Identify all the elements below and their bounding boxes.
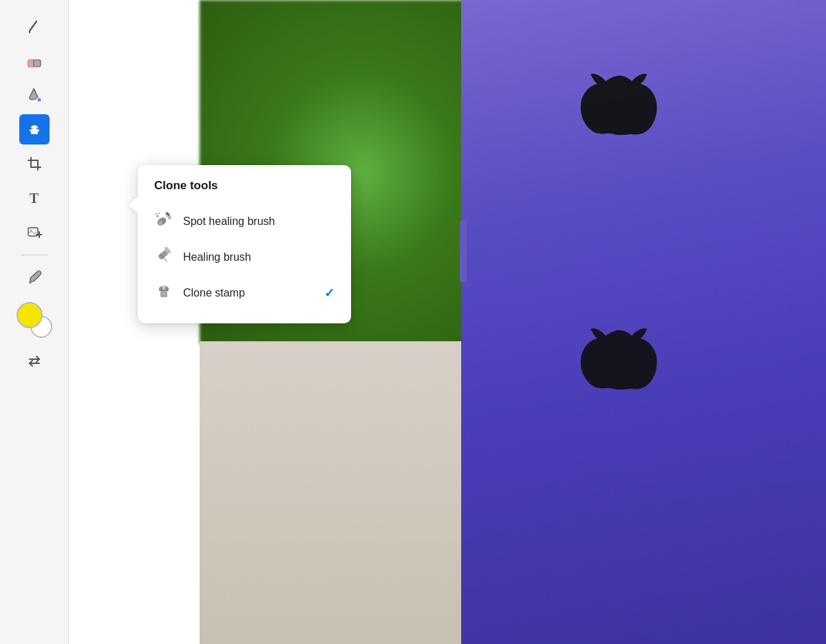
apple-logo-bottom bbox=[571, 323, 668, 440]
apple-logo-top bbox=[571, 69, 668, 185]
spot-healing-brush-icon bbox=[154, 211, 173, 233]
clone-stamp-item[interactable]: Clone stamp ✓ bbox=[154, 275, 335, 311]
clone-tools-popup: Clone tools Spot healing brush bbox=[138, 165, 351, 323]
svg-point-17 bbox=[158, 213, 160, 214]
color-swatches bbox=[17, 302, 52, 338]
crop-tool[interactable] bbox=[19, 149, 50, 179]
toolbar: T bbox=[0, 0, 69, 644]
popup-title: Clone tools bbox=[154, 179, 335, 193]
healing-brush-icon bbox=[154, 246, 173, 268]
clone-stamp-icon bbox=[154, 282, 173, 304]
foreground-color-swatch[interactable] bbox=[17, 302, 43, 328]
svg-rect-24 bbox=[160, 291, 167, 297]
phone-volume-button bbox=[460, 220, 467, 282]
svg-rect-12 bbox=[29, 281, 32, 283]
add-image-tool[interactable] bbox=[19, 217, 50, 248]
spot-healing-brush-label: Spot healing brush bbox=[183, 215, 335, 228]
svg-point-16 bbox=[157, 215, 159, 217]
svg-point-3 bbox=[37, 98, 41, 102]
healing-brush-item[interactable]: Healing brush bbox=[154, 239, 335, 275]
svg-rect-25 bbox=[162, 286, 165, 290]
eyedropper-tool[interactable] bbox=[19, 262, 50, 292]
swap-colors-button[interactable] bbox=[19, 346, 50, 376]
clone-stamp-check: ✓ bbox=[324, 286, 335, 301]
phone-body bbox=[461, 0, 826, 644]
canvas-area: Clone tools Spot healing brush bbox=[69, 0, 826, 644]
svg-rect-7 bbox=[31, 131, 38, 134]
clone-stamp-tool[interactable] bbox=[19, 114, 50, 144]
svg-rect-1 bbox=[28, 60, 34, 67]
spot-healing-brush-item[interactable]: Spot healing brush bbox=[154, 204, 335, 239]
paint-bucket-tool[interactable] bbox=[19, 80, 50, 110]
text-tool[interactable]: T bbox=[19, 183, 50, 213]
healing-brush-label: Healing brush bbox=[183, 251, 335, 264]
eraser-tool[interactable] bbox=[19, 45, 50, 76]
ground-surface bbox=[200, 341, 461, 644]
toolbar-divider bbox=[21, 255, 48, 255]
svg-point-18 bbox=[156, 213, 157, 215]
brush-tool[interactable] bbox=[19, 11, 50, 41]
clone-stamp-label: Clone stamp bbox=[183, 287, 315, 299]
svg-point-6 bbox=[31, 125, 38, 129]
